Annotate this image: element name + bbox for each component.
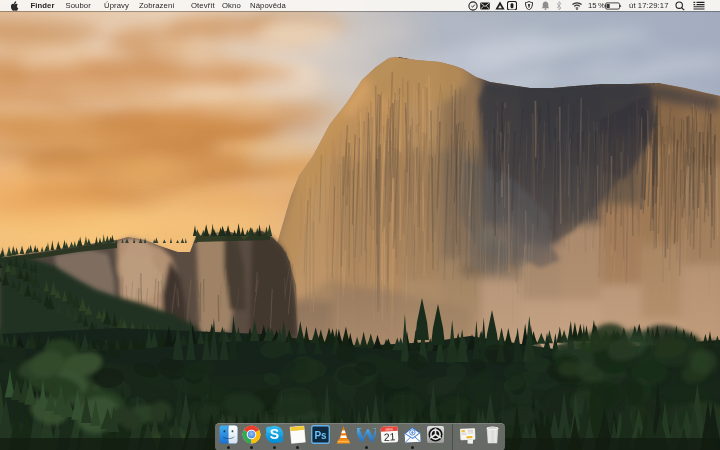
- svg-text:21: 21: [383, 430, 395, 443]
- svg-text:W: W: [357, 425, 376, 444]
- svg-text:Ps: Ps: [314, 430, 327, 441]
- svg-text:S: S: [270, 426, 279, 442]
